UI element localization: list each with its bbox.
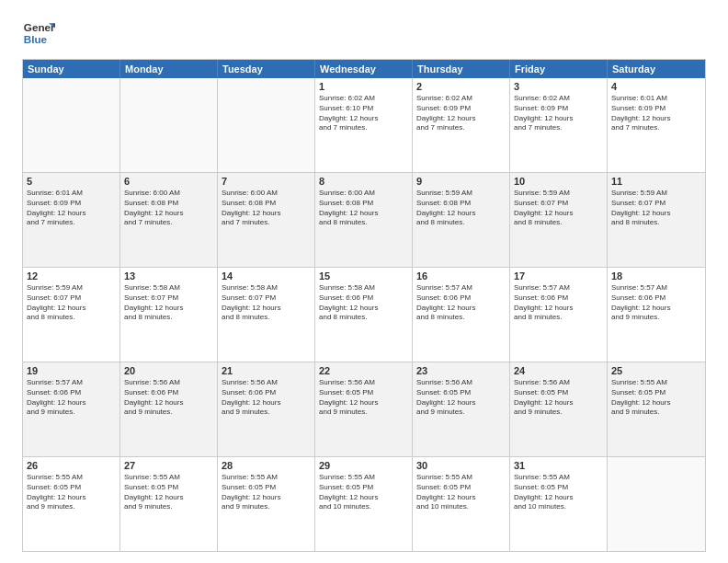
day-info: Sunrise: 5:55 AM Sunset: 6:05 PM Dayligh… — [124, 473, 213, 512]
day-info: Sunrise: 5:57 AM Sunset: 6:06 PM Dayligh… — [27, 378, 116, 418]
day-number: 28 — [222, 460, 311, 471]
day-number: 6 — [124, 176, 213, 187]
calendar-cell-empty — [23, 78, 120, 172]
calendar-row-5: 26Sunrise: 5:55 AM Sunset: 6:05 PM Dayli… — [23, 456, 705, 551]
calendar-cell-day-29: 29Sunrise: 5:55 AM Sunset: 6:05 PM Dayli… — [315, 457, 413, 551]
logo: General Blue — [22, 17, 59, 50]
header: General Blue — [22, 17, 706, 50]
day-info: Sunrise: 6:01 AM Sunset: 6:09 PM Dayligh… — [27, 189, 116, 228]
calendar-cell-day-21: 21Sunrise: 5:56 AM Sunset: 6:06 PM Dayli… — [218, 362, 315, 456]
calendar-cell-day-27: 27Sunrise: 5:55 AM Sunset: 6:05 PM Dayli… — [120, 457, 218, 551]
day-info: Sunrise: 6:00 AM Sunset: 6:08 PM Dayligh… — [124, 189, 213, 228]
day-number: 21 — [222, 365, 311, 376]
day-number: 4 — [611, 81, 701, 92]
day-number: 19 — [27, 365, 116, 376]
header-day-thursday: Thursday — [413, 60, 510, 78]
day-info: Sunrise: 6:02 AM Sunset: 6:10 PM Dayligh… — [319, 94, 408, 133]
calendar-row-2: 5Sunrise: 6:01 AM Sunset: 6:09 PM Daylig… — [23, 172, 705, 267]
logo-icon: General Blue — [22, 17, 55, 50]
calendar-body: 1Sunrise: 6:02 AM Sunset: 6:10 PM Daylig… — [23, 78, 705, 551]
calendar-cell-day-13: 13Sunrise: 5:58 AM Sunset: 6:07 PM Dayli… — [120, 268, 218, 362]
day-info: Sunrise: 5:55 AM Sunset: 6:05 PM Dayligh… — [222, 473, 311, 512]
calendar-cell-empty — [218, 78, 315, 172]
calendar-cell-day-18: 18Sunrise: 5:57 AM Sunset: 6:06 PM Dayli… — [608, 268, 705, 362]
day-info: Sunrise: 6:01 AM Sunset: 6:09 PM Dayligh… — [611, 94, 701, 133]
calendar-cell-day-15: 15Sunrise: 5:58 AM Sunset: 6:06 PM Dayli… — [315, 268, 413, 362]
header-day-monday: Monday — [120, 60, 218, 78]
calendar-cell-day-28: 28Sunrise: 5:55 AM Sunset: 6:05 PM Dayli… — [218, 457, 315, 551]
day-info: Sunrise: 6:02 AM Sunset: 6:09 PM Dayligh… — [514, 94, 603, 133]
calendar-cell-empty — [608, 457, 705, 551]
day-info: Sunrise: 5:59 AM Sunset: 6:07 PM Dayligh… — [611, 189, 701, 228]
calendar-cell-day-31: 31Sunrise: 5:55 AM Sunset: 6:05 PM Dayli… — [510, 457, 608, 551]
calendar-row-4: 19Sunrise: 5:57 AM Sunset: 6:06 PM Dayli… — [23, 362, 705, 456]
day-info: Sunrise: 5:58 AM Sunset: 6:07 PM Dayligh… — [124, 283, 213, 323]
calendar-cell-day-7: 7Sunrise: 6:00 AM Sunset: 6:08 PM Daylig… — [218, 173, 315, 267]
calendar-cell-day-19: 19Sunrise: 5:57 AM Sunset: 6:06 PM Dayli… — [23, 362, 120, 456]
day-number: 18 — [611, 270, 701, 282]
calendar-cell-day-1: 1Sunrise: 6:02 AM Sunset: 6:10 PM Daylig… — [315, 78, 413, 172]
day-number: 26 — [27, 460, 116, 471]
day-number: 10 — [514, 176, 603, 187]
day-number: 17 — [514, 270, 603, 282]
calendar-cell-day-5: 5Sunrise: 6:01 AM Sunset: 6:09 PM Daylig… — [23, 173, 120, 267]
calendar-cell-day-9: 9Sunrise: 5:59 AM Sunset: 6:08 PM Daylig… — [413, 173, 510, 267]
day-number: 29 — [319, 460, 408, 471]
svg-text:Blue: Blue — [24, 33, 48, 45]
day-info: Sunrise: 5:55 AM Sunset: 6:05 PM Dayligh… — [611, 378, 701, 418]
day-number: 27 — [124, 460, 213, 471]
day-info: Sunrise: 5:55 AM Sunset: 6:05 PM Dayligh… — [514, 473, 603, 512]
calendar-cell-day-4: 4Sunrise: 6:01 AM Sunset: 6:09 PM Daylig… — [608, 78, 705, 172]
day-number: 2 — [416, 81, 506, 92]
header-day-sunday: Sunday — [23, 60, 120, 78]
day-number: 16 — [416, 270, 506, 282]
calendar-cell-empty — [120, 78, 218, 172]
calendar-cell-day-3: 3Sunrise: 6:02 AM Sunset: 6:09 PM Daylig… — [510, 78, 608, 172]
day-info: Sunrise: 5:57 AM Sunset: 6:06 PM Dayligh… — [514, 283, 603, 323]
svg-text:General: General — [24, 21, 55, 33]
day-number: 8 — [319, 176, 408, 187]
day-info: Sunrise: 5:56 AM Sunset: 6:06 PM Dayligh… — [124, 378, 213, 418]
calendar-cell-day-24: 24Sunrise: 5:56 AM Sunset: 6:05 PM Dayli… — [510, 362, 608, 456]
day-info: Sunrise: 6:02 AM Sunset: 6:09 PM Dayligh… — [416, 94, 506, 133]
day-info: Sunrise: 5:57 AM Sunset: 6:06 PM Dayligh… — [611, 283, 701, 323]
day-number: 31 — [514, 460, 603, 471]
day-info: Sunrise: 5:55 AM Sunset: 6:05 PM Dayligh… — [27, 473, 116, 512]
header-day-wednesday: Wednesday — [315, 60, 413, 78]
calendar-header: SundayMondayTuesdayWednesdayThursdayFrid… — [23, 60, 705, 78]
calendar-cell-day-25: 25Sunrise: 5:55 AM Sunset: 6:05 PM Dayli… — [608, 362, 705, 456]
day-number: 23 — [416, 365, 506, 376]
day-info: Sunrise: 6:00 AM Sunset: 6:08 PM Dayligh… — [319, 189, 408, 228]
day-number: 1 — [319, 81, 408, 92]
day-info: Sunrise: 6:00 AM Sunset: 6:08 PM Dayligh… — [222, 189, 311, 228]
day-number: 20 — [124, 365, 213, 376]
day-number: 11 — [611, 176, 701, 187]
day-number: 5 — [27, 176, 116, 187]
header-day-tuesday: Tuesday — [218, 60, 315, 78]
calendar-cell-day-8: 8Sunrise: 6:00 AM Sunset: 6:08 PM Daylig… — [315, 173, 413, 267]
day-info: Sunrise: 5:56 AM Sunset: 6:05 PM Dayligh… — [319, 378, 408, 418]
day-info: Sunrise: 5:57 AM Sunset: 6:06 PM Dayligh… — [416, 283, 506, 323]
day-info: Sunrise: 5:59 AM Sunset: 6:07 PM Dayligh… — [514, 189, 603, 228]
day-number: 25 — [611, 365, 701, 376]
calendar-cell-day-2: 2Sunrise: 6:02 AM Sunset: 6:09 PM Daylig… — [413, 78, 510, 172]
calendar: SundayMondayTuesdayWednesdayThursdayFrid… — [22, 59, 706, 552]
header-day-saturday: Saturday — [608, 60, 705, 78]
calendar-cell-day-26: 26Sunrise: 5:55 AM Sunset: 6:05 PM Dayli… — [23, 457, 120, 551]
day-number: 12 — [27, 270, 116, 282]
day-info: Sunrise: 5:59 AM Sunset: 6:07 PM Dayligh… — [27, 283, 116, 323]
calendar-cell-day-10: 10Sunrise: 5:59 AM Sunset: 6:07 PM Dayli… — [510, 173, 608, 267]
day-info: Sunrise: 5:56 AM Sunset: 6:05 PM Dayligh… — [416, 378, 506, 418]
day-info: Sunrise: 5:59 AM Sunset: 6:08 PM Dayligh… — [416, 189, 506, 228]
day-number: 3 — [514, 81, 603, 92]
calendar-cell-day-6: 6Sunrise: 6:00 AM Sunset: 6:08 PM Daylig… — [120, 173, 218, 267]
day-info: Sunrise: 5:56 AM Sunset: 6:06 PM Dayligh… — [222, 378, 311, 418]
calendar-row-3: 12Sunrise: 5:59 AM Sunset: 6:07 PM Dayli… — [23, 267, 705, 362]
page: General Blue SundayMondayTuesdayWednesda… — [0, 0, 728, 563]
day-number: 13 — [124, 270, 213, 282]
day-number: 7 — [222, 176, 311, 187]
calendar-cell-day-22: 22Sunrise: 5:56 AM Sunset: 6:05 PM Dayli… — [315, 362, 413, 456]
day-info: Sunrise: 5:55 AM Sunset: 6:05 PM Dayligh… — [416, 473, 506, 512]
day-number: 15 — [319, 270, 408, 282]
calendar-cell-day-30: 30Sunrise: 5:55 AM Sunset: 6:05 PM Dayli… — [413, 457, 510, 551]
